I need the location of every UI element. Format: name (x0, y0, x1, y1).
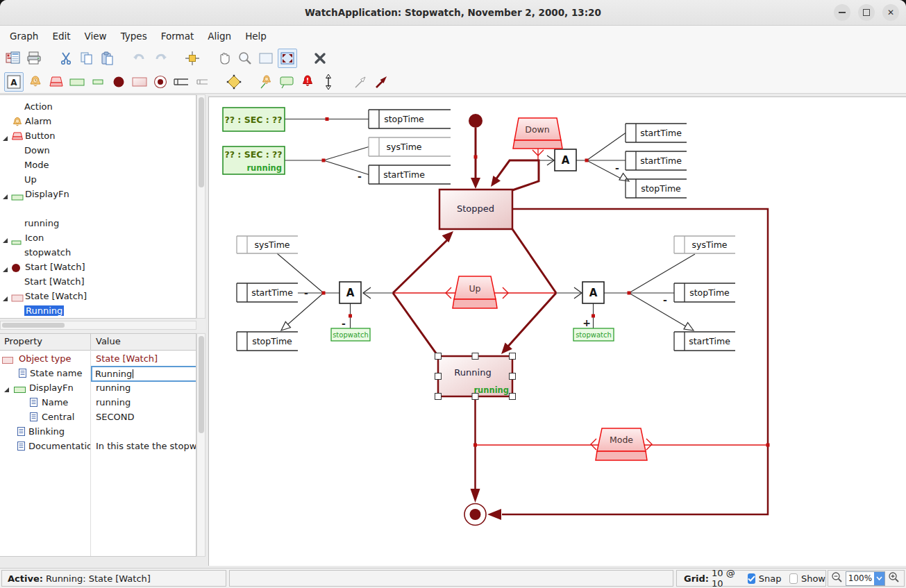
print-icon[interactable] (25, 49, 43, 67)
tree-horizontal-scrollbar[interactable] (0, 321, 196, 330)
snap-checkbox[interactable] (748, 573, 755, 584)
slot-stoptime-topleft[interactable]: stopTime (369, 110, 451, 128)
cut-icon[interactable] (57, 49, 75, 67)
prop-row-name[interactable]: Name running (0, 395, 196, 410)
alarm-pin-icon[interactable] (257, 73, 275, 91)
expander-icon[interactable] (2, 264, 8, 275)
arrow-filled-icon[interactable] (372, 73, 390, 91)
menu-types[interactable]: Types (114, 31, 154, 42)
scrollbar-thumb[interactable] (199, 97, 204, 187)
display-box-1[interactable]: ?? : SEC : ?? (223, 108, 285, 131)
alarm-icon[interactable] (26, 73, 44, 91)
menu-graph[interactable]: Graph (3, 31, 45, 42)
prop-row-documentation[interactable]: Documentation In this state the stopw (0, 439, 196, 453)
action-box-top[interactable]: A (555, 149, 576, 171)
slot-starttime-topleft[interactable]: startTime (369, 165, 451, 184)
fit-view-icon[interactable] (278, 49, 297, 68)
tree-item-running-selected[interactable]: Running (0, 304, 196, 319)
state-icon[interactable] (131, 73, 149, 91)
alert-icon[interactable]: ! (299, 73, 317, 91)
menu-format[interactable]: Format (154, 31, 201, 42)
tree-item-up[interactable]: Up (0, 173, 196, 187)
keycap-up[interactable]: Up (453, 276, 497, 308)
state-name-input[interactable]: Running (91, 366, 196, 382)
edge-down-self-loop[interactable] (491, 160, 539, 190)
slot-stoptime-topright[interactable]: stopTime (626, 179, 687, 198)
comment-icon[interactable] (278, 73, 296, 91)
end-node[interactable] (464, 504, 486, 526)
display-box-2[interactable]: ?? : SEC : ?? running (223, 146, 285, 174)
menu-view[interactable]: View (78, 31, 114, 42)
displayfn-icon[interactable] (68, 73, 86, 91)
tree-item-action[interactable]: Action (0, 100, 196, 115)
tree-item-running-fn[interactable]: running (0, 217, 196, 231)
slot-icon[interactable] (172, 73, 190, 91)
prop-row-central[interactable]: Central SECOND (0, 410, 196, 424)
stopwatch-box-left[interactable]: stopwatch (331, 328, 370, 341)
tree-item-stopwatch[interactable]: stopwatch (0, 246, 196, 260)
end-node-icon[interactable] (151, 73, 169, 91)
tree-item-state-watch[interactable]: State [Watch] (0, 289, 196, 304)
crosshair-icon[interactable] (183, 49, 201, 67)
close-button[interactable]: ✕ (882, 4, 899, 21)
tree-item-down[interactable]: Down (0, 144, 196, 158)
zoom-icon[interactable] (236, 49, 254, 67)
expander-icon[interactable] (2, 235, 8, 246)
slot-starttime-midright[interactable]: startTime (674, 332, 735, 351)
menu-align[interactable]: Align (201, 31, 238, 42)
undo-icon[interactable] (131, 49, 149, 67)
zoom-combobox[interactable]: 100% (846, 571, 885, 586)
edge-running-to-end[interactable] (471, 399, 480, 503)
keycap-down[interactable]: Down (513, 118, 562, 149)
expander-icon[interactable] (2, 192, 8, 202)
action-box-right[interactable]: A (582, 282, 604, 303)
prop-row-object-type[interactable]: Object type State [Watch] (0, 351, 196, 366)
tree-item-start-watch[interactable]: Start [Watch] (0, 260, 196, 275)
slot-systime-topleft[interactable]: sysTime (369, 137, 451, 156)
start-node[interactable] (469, 114, 483, 128)
state-stopped[interactable]: Stopped (439, 190, 512, 229)
slot-starttime-midleft[interactable]: startTime (237, 283, 298, 302)
maximize-button[interactable] (858, 4, 875, 21)
property-vertical-scrollbar[interactable] (196, 333, 205, 557)
slot-systime-midleft[interactable]: sysTime (237, 236, 298, 253)
prop-row-blinking[interactable]: Blinking (0, 424, 196, 439)
prop-row-state-name[interactable]: State name Running (0, 366, 196, 380)
stopwatch-box-right[interactable]: stopwatch (573, 328, 614, 341)
icon-shape-icon[interactable] (89, 73, 107, 91)
chevron-down-icon[interactable] (874, 572, 884, 585)
keycap-mode[interactable]: Mode (596, 428, 647, 460)
expander-icon[interactable] (2, 294, 8, 304)
delete-icon[interactable] (311, 49, 329, 67)
edge-running-to-stopped[interactable] (393, 231, 453, 356)
button-icon[interactable] (47, 73, 65, 91)
expander-icon[interactable] (3, 385, 10, 395)
action-box-left[interactable]: A (339, 282, 361, 303)
menu-edit[interactable]: Edit (45, 31, 77, 42)
resize-vertical-icon[interactable] (319, 73, 337, 91)
new-window-icon[interactable] (4, 49, 22, 67)
panel-splitter[interactable] (0, 319, 205, 333)
tree-item-mode[interactable]: Mode (0, 158, 196, 173)
show-checkbox[interactable] (789, 573, 797, 584)
action-text-icon[interactable]: A (4, 72, 24, 92)
decision-icon[interactable] (225, 73, 243, 91)
edge-stopped-to-running[interactable] (501, 229, 556, 354)
prop-row-displayfn[interactable]: DisplayFn running (0, 380, 196, 395)
pan-hand-icon[interactable] (215, 49, 233, 67)
slot-systime-midright[interactable]: sysTime (674, 236, 735, 253)
redo-icon[interactable] (151, 49, 169, 67)
slot-stoptime-midleft[interactable]: stopTime (237, 332, 298, 351)
slot-stoptime-midright[interactable]: stopTime (674, 283, 735, 302)
tree-item-icon[interactable]: Icon (0, 231, 196, 246)
tree-item-start-watch-child[interactable]: Start [Watch] (0, 275, 196, 289)
slot-small-icon[interactable] (193, 73, 211, 91)
arrow-outline-icon[interactable] (351, 73, 369, 91)
menu-help[interactable]: Help (238, 31, 274, 42)
start-node-icon[interactable] (110, 73, 128, 91)
scrollbar-thumb[interactable] (2, 323, 65, 328)
column-divider[interactable] (90, 334, 91, 350)
tree-item-displayfn[interactable]: DisplayFn (0, 187, 196, 202)
slot-starttime-topright-1[interactable]: startTime (626, 124, 687, 142)
copy-icon[interactable] (78, 49, 96, 67)
